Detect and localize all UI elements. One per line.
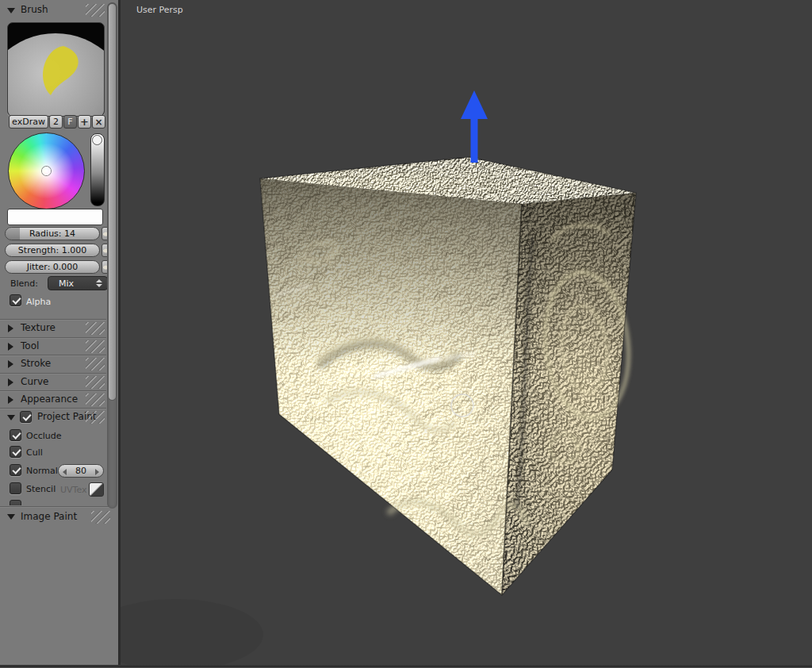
- increment-arrow-icon[interactable]: [95, 469, 99, 475]
- panel-title: Curve: [21, 376, 48, 387]
- panel-resize-hatch: [86, 376, 105, 389]
- add-brush-button[interactable]: +: [78, 115, 91, 129]
- panel-resize-hatch: [86, 394, 105, 406]
- occlude-checkbox[interactable]: [10, 429, 21, 441]
- panel-resize-hatch: [86, 322, 105, 335]
- panel-header-project-paint[interactable]: Project Paint: [0, 408, 106, 426]
- expand-triangle-icon: [8, 324, 13, 332]
- normal-angle-field[interactable]: 80: [58, 464, 104, 478]
- panel-title: Tool: [21, 340, 39, 351]
- panel-title: Brush: [21, 4, 48, 15]
- stencil-uv-layer-label: UVTex: [60, 485, 87, 495]
- color-wheel[interactable]: [8, 132, 85, 209]
- color-wheel-cursor[interactable]: [42, 167, 51, 175]
- panel-resize-hatch: [86, 358, 105, 370]
- panel-header-appearance[interactable]: Appearance: [0, 390, 106, 409]
- strength-slider-row: Strength: 1.000: [0, 244, 118, 258]
- strength-slider[interactable]: Strength: 1.000: [5, 244, 100, 257]
- check-icon: [12, 430, 21, 439]
- brush-datablock-row: exDraw 2 F + ×: [9, 115, 105, 129]
- alpha-label: Alpha: [26, 297, 51, 307]
- project-paint-checkbox[interactable]: [20, 411, 32, 423]
- panel-title: Texture: [21, 322, 56, 333]
- fake-user-button[interactable]: F: [63, 115, 77, 129]
- viewport-scene: [121, 0, 812, 668]
- expand-triangle-icon: [8, 360, 13, 368]
- value-slider[interactable]: [90, 133, 105, 206]
- cull-label: Cull: [26, 447, 43, 458]
- panel-header-stroke[interactable]: Stroke: [0, 355, 106, 373]
- panel-header-texture[interactable]: Texture: [0, 319, 106, 337]
- active-color-swatch[interactable]: [7, 209, 103, 225]
- cube-object[interactable]: [260, 157, 636, 595]
- stencil-checkbox[interactable]: [10, 482, 21, 494]
- radius-slider-text: Radius: 14: [6, 228, 99, 240]
- 3d-viewport[interactable]: User Persp: [121, 0, 812, 668]
- jitter-slider-row: Jitter: 0.000: [0, 260, 118, 274]
- panel-header-curve[interactable]: Curve: [0, 373, 106, 391]
- check-icon: [12, 295, 21, 304]
- panel-resize-hatch: [86, 340, 105, 353]
- brush-stroke-sample: [8, 23, 104, 116]
- dropdown-arrows-icon: [96, 279, 102, 287]
- stencil-label: Stencil: [26, 484, 56, 494]
- brush-preview[interactable]: [7, 22, 105, 117]
- window-bottom-edge: [0, 665, 812, 668]
- normal-label: Normal: [26, 466, 58, 476]
- blend-mode-dropdown[interactable]: Mix: [48, 276, 108, 290]
- jitter-slider[interactable]: Jitter: 0.000: [5, 260, 100, 274]
- expand-triangle-icon: [8, 378, 13, 386]
- blend-label: Blend:: [10, 278, 38, 289]
- expand-triangle-icon: [8, 396, 13, 404]
- check-icon: [12, 447, 21, 455]
- blend-value: Mix: [59, 278, 74, 289]
- radius-slider[interactable]: Radius: 14: [5, 227, 100, 240]
- radius-slider-row: Radius: 14: [0, 227, 118, 241]
- unlink-brush-button[interactable]: ×: [92, 115, 105, 129]
- occlude-label: Occlude: [26, 431, 62, 441]
- blender-window: Brush exDraw 2 F + ×: [0, 0, 812, 668]
- panel-resize-hatch: [86, 411, 105, 424]
- normal-checkbox[interactable]: [10, 464, 21, 476]
- panel-header-brush[interactable]: Brush: [0, 2, 106, 19]
- sidebar-scrollbar-thumb[interactable]: [108, 3, 117, 401]
- clipped-row: [10, 500, 21, 505]
- brush-name-button[interactable]: exDraw: [9, 115, 48, 129]
- view-name-label: User Persp: [136, 5, 183, 15]
- tool-shelf: Brush exDraw 2 F + ×: [0, 0, 121, 668]
- check-icon: [22, 412, 31, 420]
- collapse-triangle-icon: [7, 514, 15, 520]
- panel-title: Stroke: [21, 358, 51, 369]
- panel-header-image-paint[interactable]: Image Paint: [0, 506, 115, 526]
- panel-header-tool[interactable]: Tool: [0, 337, 106, 355]
- jitter-slider-text: Jitter: 0.000: [6, 261, 99, 273]
- alpha-checkbox[interactable]: [10, 294, 21, 306]
- panel-title: Appearance: [21, 394, 78, 405]
- cull-checkbox[interactable]: [10, 446, 21, 458]
- z-axis-manipulator[interactable]: [461, 90, 488, 163]
- sidebar-scrollbar-track[interactable]: [107, 2, 117, 509]
- panel-title: Image Paint: [21, 511, 77, 522]
- texture-icon-button[interactable]: [89, 482, 104, 497]
- value-slider-knob[interactable]: [92, 135, 102, 145]
- panel-resize-hatch: [91, 511, 110, 524]
- collapse-triangle-icon: [7, 8, 15, 13]
- strength-slider-text: Strength: 1.000: [6, 244, 99, 256]
- check-icon: [12, 465, 21, 474]
- collapse-triangle-icon: [7, 415, 15, 420]
- floor-smudge: [121, 599, 263, 668]
- brush-users-button[interactable]: 2: [49, 115, 63, 129]
- expand-triangle-icon: [8, 343, 13, 351]
- panel-resize-hatch: [86, 4, 105, 17]
- clipped-checkbox[interactable]: [10, 500, 21, 505]
